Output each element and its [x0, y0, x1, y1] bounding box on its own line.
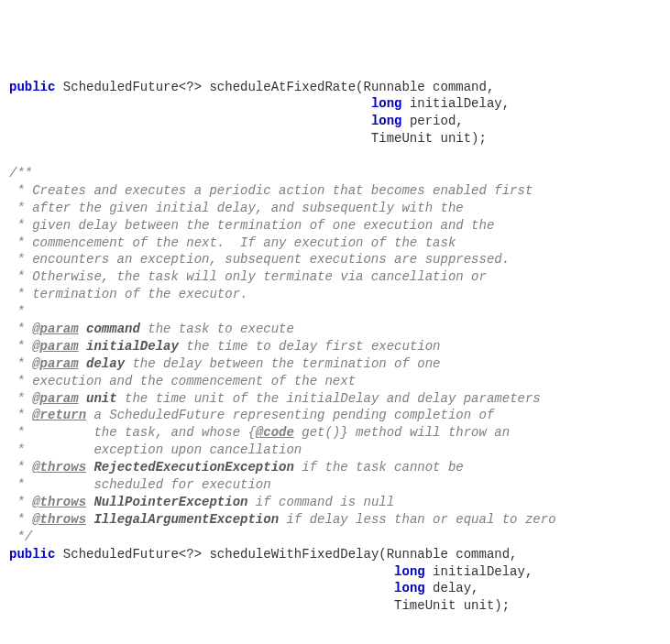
param-name: command	[86, 322, 140, 336]
param-text: initialDelay,	[401, 96, 510, 111]
param-desc: the task to execute	[140, 322, 294, 336]
javadoc-line: * Creates and executes a periodic action…	[9, 183, 533, 198]
throws-desc: if delay less than or equal to zero	[279, 512, 555, 527]
javadoc-close: */	[9, 529, 32, 544]
javadoc-line: * the task, and whose {	[9, 425, 256, 440]
keyword-long: long	[394, 564, 425, 579]
javadoc-prefix: *	[9, 356, 32, 371]
javadoc-line: * scheduled for execution	[9, 477, 271, 492]
javadoc-line: * commencement of the next. If any execu…	[9, 235, 456, 250]
javadoc-line: * termination of the executor.	[9, 287, 247, 301]
throws-tag: @throws	[32, 495, 86, 509]
javadoc-prefix: *	[9, 495, 32, 509]
javadoc-line: *	[9, 304, 25, 319]
indent	[9, 96, 371, 111]
keyword-long: long	[394, 581, 425, 595]
param-tag: @param	[32, 322, 78, 336]
indent	[9, 581, 394, 595]
param-desc: the time unit of the initialDelay and de…	[117, 391, 541, 406]
method-sig-1: ScheduledFuture<?> scheduleAtFixedRate(R…	[55, 80, 494, 94]
javadoc-prefix: *	[9, 339, 32, 354]
param-text: delay,	[425, 581, 479, 595]
return-desc: a ScheduledFuture representing pending c…	[86, 408, 494, 422]
param-text: TimeUnit unit);	[9, 131, 487, 146]
javadoc-prefix: *	[9, 322, 32, 336]
javadoc-open: /**	[9, 166, 32, 180]
return-tag: @return	[32, 408, 86, 422]
code-block: public ScheduledFuture<?> scheduleAtFixe…	[9, 79, 661, 616]
throws-name: NullPointerException	[93, 495, 247, 509]
javadoc-line: * after the given initial delay, and sub…	[9, 201, 464, 215]
code-tag: @code	[256, 425, 294, 440]
method-sig-2: ScheduledFuture<?> scheduleWithFixedDela…	[55, 547, 517, 562]
throws-tag: @throws	[32, 512, 86, 527]
javadoc-line: get()} method will throw an	[294, 425, 510, 440]
param-text: initialDelay,	[425, 564, 533, 579]
keyword-long: long	[371, 114, 402, 128]
javadoc-prefix: *	[9, 391, 32, 406]
param-tag: @param	[32, 391, 78, 406]
param-name: initialDelay	[86, 339, 179, 354]
javadoc-line: * execution and the commencement of the …	[9, 374, 356, 388]
javadoc-prefix: *	[9, 512, 32, 527]
javadoc-prefix: *	[9, 460, 32, 475]
javadoc-line: * encounters an exception, subsequent ex…	[9, 252, 510, 267]
param-name: unit	[86, 391, 117, 406]
javadoc-line: * exception upon cancellation	[9, 442, 302, 457]
param-name: delay	[86, 356, 125, 371]
keyword-public: public	[9, 547, 55, 562]
param-desc: the delay between the termination of one	[125, 356, 440, 371]
throws-tag: @throws	[32, 460, 86, 475]
throws-desc: if the task cannot be	[294, 460, 464, 475]
throws-name: RejectedExecutionException	[93, 460, 293, 475]
param-tag: @param	[32, 339, 78, 354]
param-text: period,	[401, 114, 463, 128]
param-desc: the time to delay first execution	[179, 339, 441, 354]
javadoc-line: * given delay between the termination of…	[9, 218, 494, 233]
param-text: TimeUnit unit);	[9, 598, 510, 613]
param-tag: @param	[32, 356, 78, 371]
keyword-public: public	[9, 80, 55, 94]
javadoc-prefix: *	[9, 408, 32, 422]
indent	[9, 564, 394, 579]
indent	[9, 114, 371, 128]
throws-desc: if command is null	[247, 495, 394, 509]
javadoc-line: * Otherwise, the task will only terminat…	[9, 269, 487, 284]
keyword-long: long	[371, 96, 402, 111]
throws-name: IllegalArgumentException	[93, 512, 279, 527]
